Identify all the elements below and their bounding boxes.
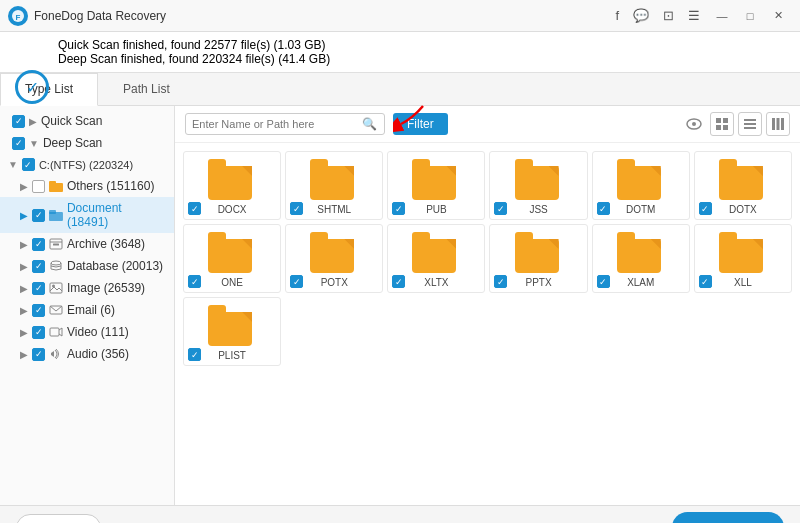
file-item[interactable]: POTX ✓ [285, 224, 383, 293]
quick-scan-checkbox[interactable]: ✓ [12, 115, 25, 128]
svg-point-16 [692, 122, 696, 126]
svg-rect-25 [777, 118, 780, 130]
audio-checkbox[interactable]: ✓ [32, 348, 45, 361]
back-button[interactable]: Back [16, 514, 101, 524]
file-item[interactable]: DOTX ✓ [694, 151, 792, 220]
file-folder-icon [208, 233, 256, 273]
svg-point-9 [51, 261, 61, 265]
file-checkbox[interactable]: ✓ [188, 275, 201, 288]
sidebar-item-email[interactable]: ▶ ✓ Email (6) [0, 299, 174, 321]
search-input[interactable] [192, 118, 362, 130]
list-view-button[interactable] [738, 112, 762, 136]
file-checkbox[interactable]: ✓ [597, 275, 610, 288]
email-label: Email (6) [67, 303, 115, 317]
email-icon [49, 304, 63, 316]
file-checkbox[interactable]: ✓ [494, 202, 507, 215]
file-item[interactable]: XLL ✓ [694, 224, 792, 293]
archive-checkbox[interactable]: ✓ [32, 238, 45, 251]
file-label: XLTX [424, 277, 448, 288]
sidebar-item-document[interactable]: ▶ ✓ Document (18491) [0, 197, 174, 233]
file-checkbox[interactable]: ✓ [290, 275, 303, 288]
file-item[interactable]: PPTX ✓ [489, 224, 587, 293]
file-label: DOTM [626, 204, 655, 215]
sidebar-item-audio[interactable]: ▶ ✓ Audio (356) [0, 343, 174, 365]
document-checkbox[interactable]: ✓ [32, 209, 45, 222]
drive-checkbox[interactable]: ✓ [22, 158, 35, 171]
filter-button[interactable]: Filter [393, 113, 448, 135]
file-checkbox[interactable]: ✓ [188, 348, 201, 361]
file-checkbox[interactable]: ✓ [699, 275, 712, 288]
drive-expand-arrow: ▼ [8, 159, 18, 170]
bottom-bar: Back Selected 220324 items/41.4 GB Recov… [0, 505, 800, 523]
deep-scan-checkbox[interactable]: ✓ [12, 137, 25, 150]
sidebar-item-archive[interactable]: ▶ ✓ Archive (3648) [0, 233, 174, 255]
video-checkbox[interactable]: ✓ [32, 326, 45, 339]
file-label: JSS [529, 204, 547, 215]
file-folder-icon [719, 233, 767, 273]
folder-icon [49, 180, 63, 192]
file-item[interactable]: JSS ✓ [489, 151, 587, 220]
message-icon[interactable]: 💬 [633, 8, 649, 23]
file-item[interactable]: PLIST ✓ [183, 297, 281, 366]
file-item[interactable]: PUB ✓ [387, 151, 485, 220]
file-item[interactable]: XLTX ✓ [387, 224, 485, 293]
sidebar-item-others[interactable]: ▶ Others (151160) [0, 175, 174, 197]
sidebar-item-drive[interactable]: ▼ ✓ C:(NTFS) (220324) [0, 154, 174, 175]
recover-button[interactable]: Recover [672, 512, 784, 523]
column-view-button[interactable] [766, 112, 790, 136]
file-checkbox[interactable]: ✓ [494, 275, 507, 288]
drive-label: C:(NTFS) (220324) [39, 159, 133, 171]
file-checkbox[interactable]: ✓ [699, 202, 712, 215]
file-checkbox[interactable]: ✓ [188, 202, 201, 215]
share-icon[interactable]: ⊡ [663, 8, 674, 23]
facebook-icon[interactable]: f [615, 8, 619, 23]
maximize-button[interactable]: □ [736, 2, 764, 30]
file-checkbox[interactable]: ✓ [392, 275, 405, 288]
image-checkbox[interactable]: ✓ [32, 282, 45, 295]
file-folder-icon [412, 233, 460, 273]
svg-rect-24 [772, 118, 775, 130]
file-checkbox[interactable]: ✓ [597, 202, 610, 215]
audio-expand: ▶ [20, 349, 28, 360]
tab-path-list[interactable]: Path List [98, 73, 195, 105]
sidebar-item-database[interactable]: ▶ ✓ Database (20013) [0, 255, 174, 277]
file-item[interactable]: ONE ✓ [183, 224, 281, 293]
database-checkbox[interactable]: ✓ [32, 260, 45, 273]
file-folder-icon [617, 233, 665, 273]
sidebar-item-deep-scan[interactable]: ✓ ▼ Deep Scan [0, 132, 174, 154]
video-icon [49, 326, 63, 338]
grid-view-button[interactable] [710, 112, 734, 136]
sidebar-item-image[interactable]: ▶ ✓ Image (26539) [0, 277, 174, 299]
svg-rect-20 [723, 125, 728, 130]
others-expand: ▶ [20, 181, 28, 192]
file-item[interactable]: DOCX ✓ [183, 151, 281, 220]
svg-rect-19 [716, 125, 721, 130]
app-title: FoneDog Data Recovery [34, 9, 615, 23]
minimize-button[interactable]: — [708, 2, 736, 30]
deep-scan-status: Deep Scan finished, found 220324 file(s)… [58, 52, 788, 66]
file-checkbox[interactable]: ✓ [290, 202, 303, 215]
file-checkbox[interactable]: ✓ [392, 202, 405, 215]
menu-icon[interactable]: ☰ [688, 8, 700, 23]
file-item[interactable]: SHTML ✓ [285, 151, 383, 220]
svg-text:F: F [16, 12, 21, 21]
svg-rect-3 [49, 181, 56, 185]
svg-rect-17 [716, 118, 721, 123]
file-label: SHTML [317, 204, 351, 215]
file-grid: DOCX ✓ SHTML ✓ PUB ✓ JSS ✓ [175, 143, 800, 505]
search-icon: 🔍 [362, 117, 377, 131]
svg-rect-22 [744, 123, 756, 125]
others-checkbox[interactable] [32, 180, 45, 193]
file-item[interactable]: DOTM ✓ [592, 151, 690, 220]
svg-rect-26 [781, 118, 784, 130]
sidebar-item-video[interactable]: ▶ ✓ Video (111) [0, 321, 174, 343]
file-item[interactable]: XLAM ✓ [592, 224, 690, 293]
document-folder-icon [49, 209, 63, 221]
database-label: Database (20013) [67, 259, 163, 273]
eye-button[interactable] [682, 112, 706, 136]
close-button[interactable]: ✕ [764, 2, 792, 30]
email-checkbox[interactable]: ✓ [32, 304, 45, 317]
toolbar: 🔍 Filter [175, 106, 800, 143]
file-label: XLL [734, 277, 752, 288]
sidebar-item-quick-scan[interactable]: ✓ ▶ Quick Scan [0, 110, 174, 132]
